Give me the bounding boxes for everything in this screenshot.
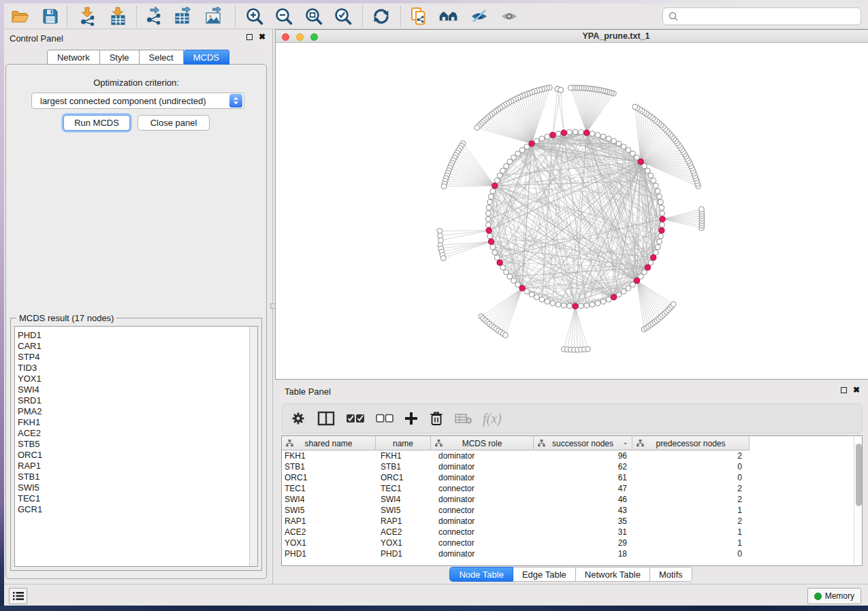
cell-shared-name: SWI5 bbox=[282, 505, 376, 516]
zoom-selected-icon[interactable] bbox=[333, 6, 353, 27]
cell-successor-nodes: 29 bbox=[534, 538, 632, 548]
select-all-columns-icon[interactable] bbox=[346, 408, 365, 429]
function-builder-icon[interactable]: f(x) bbox=[483, 408, 502, 429]
mcds-result-item[interactable]: STP4 bbox=[15, 352, 257, 363]
table-row[interactable]: SWI5SWI5connector431 bbox=[282, 505, 862, 516]
delete-table-icon[interactable] bbox=[455, 408, 472, 429]
export-image-icon[interactable] bbox=[204, 6, 225, 27]
cell-predecessor-nodes: 1 bbox=[632, 505, 750, 516]
table-row[interactable]: YOX1YOX1connector291 bbox=[282, 538, 862, 548]
mcds-list-scrollbar[interactable] bbox=[249, 327, 257, 566]
mcds-result-item[interactable]: PMA2 bbox=[15, 406, 257, 417]
control-panel-float-icon[interactable] bbox=[246, 34, 253, 40]
cell-predecessor-nodes: 1 bbox=[632, 527, 750, 538]
mcds-result-item[interactable]: PHD1 bbox=[15, 330, 257, 341]
mcds-result-item[interactable]: SWI4 bbox=[15, 384, 257, 395]
import-network-icon[interactable] bbox=[77, 6, 97, 27]
table-row[interactable]: ACE2ACE2connector311 bbox=[282, 527, 862, 538]
node-table-header: shared namenameMCDS rolesuccessor nodes⌄… bbox=[282, 436, 750, 450]
mcds-result-item[interactable]: GCR1 bbox=[15, 504, 257, 515]
mcds-result-item[interactable]: TID3 bbox=[15, 363, 257, 374]
mcds-result-item[interactable]: YOX1 bbox=[15, 374, 257, 384]
import-table-icon[interactable] bbox=[108, 6, 128, 27]
memory-button[interactable]: Memory bbox=[807, 588, 861, 604]
table-panel-close-icon[interactable]: ✖ bbox=[853, 387, 860, 393]
cell-name: YOX1 bbox=[376, 538, 431, 548]
cell-shared-name: ORC1 bbox=[282, 472, 376, 483]
refresh-layout-icon[interactable] bbox=[371, 6, 391, 27]
cell-predecessor-nodes: 1 bbox=[632, 538, 750, 548]
column-header-name[interactable]: name bbox=[376, 436, 431, 450]
mcds-result-item[interactable]: SRD1 bbox=[15, 395, 257, 406]
node-table: shared namenameMCDS rolesuccessor nodes⌄… bbox=[281, 435, 863, 566]
cell-MCDS-role: dominator bbox=[431, 494, 534, 505]
zoom-fit-icon[interactable] bbox=[304, 6, 324, 27]
clone-network-icon[interactable] bbox=[409, 6, 430, 27]
table-panel-float-icon[interactable] bbox=[841, 387, 847, 393]
search-input[interactable] bbox=[682, 12, 855, 22]
table-row[interactable]: SWI4SWI4dominator462 bbox=[282, 494, 862, 505]
cell-shared-name: TEC1 bbox=[282, 483, 376, 494]
create-column-icon[interactable] bbox=[404, 408, 418, 429]
mcds-result-item[interactable]: STB1 bbox=[15, 472, 257, 482]
mcds-result-item[interactable]: FKH1 bbox=[15, 417, 257, 428]
table-row[interactable]: RAP1RAP1dominator352 bbox=[282, 516, 862, 527]
table-scrollbar[interactable] bbox=[854, 437, 862, 565]
export-table-icon[interactable] bbox=[174, 6, 194, 27]
column-header-shared-name[interactable]: shared name bbox=[282, 436, 376, 450]
optimization-criterion-select[interactable]: largest connected component (undirected) bbox=[31, 93, 244, 109]
tab-edge-table[interactable]: Edge Table bbox=[513, 567, 576, 582]
network-canvas[interactable] bbox=[276, 44, 868, 379]
table-row[interactable]: TEC1TEC1connector472 bbox=[282, 483, 862, 494]
control-panel-close-icon[interactable]: ✖ bbox=[259, 34, 266, 40]
table-scrollbar-thumb[interactable] bbox=[856, 444, 862, 506]
first-neighbors-icon[interactable] bbox=[438, 6, 459, 27]
column-header-successor-nodes[interactable]: successor nodes⌄ bbox=[534, 436, 632, 450]
cell-shared-name: FKH1 bbox=[282, 450, 376, 461]
hide-selected-icon[interactable] bbox=[469, 6, 489, 27]
tab-mcds[interactable]: MCDS bbox=[184, 50, 229, 65]
mcds-result-item[interactable]: ORC1 bbox=[15, 450, 257, 461]
toolbar-separator bbox=[400, 6, 401, 27]
tab-style[interactable]: Style bbox=[100, 50, 140, 65]
cell-predecessor-nodes: 2 bbox=[632, 483, 750, 494]
control-panel-title: Control Panel bbox=[10, 33, 63, 44]
open-file-icon[interactable] bbox=[10, 6, 30, 27]
task-history-button[interactable] bbox=[9, 588, 27, 604]
run-mcds-button[interactable]: Run MCDS bbox=[63, 115, 130, 131]
cell-predecessor-nodes: 0 bbox=[632, 548, 750, 559]
zoom-in-icon[interactable] bbox=[244, 6, 265, 27]
tab-select[interactable]: Select bbox=[140, 50, 184, 65]
network-graph bbox=[276, 44, 867, 379]
show-column-panel-icon[interactable] bbox=[317, 408, 335, 429]
table-row[interactable]: STB1STB1dominator620 bbox=[282, 461, 862, 472]
tab-node-table[interactable]: Node Table bbox=[449, 567, 513, 582]
table-row[interactable]: PHD1PHD1dominator180 bbox=[282, 548, 862, 559]
cell-successor-nodes: 43 bbox=[534, 505, 632, 516]
tab-motifs[interactable]: Motifs bbox=[650, 567, 692, 582]
close-panel-button[interactable]: Close panel bbox=[138, 115, 210, 131]
mcds-result-item[interactable]: RAP1 bbox=[15, 461, 257, 472]
tab-network[interactable]: Network bbox=[47, 50, 100, 65]
deselect-all-columns-icon[interactable] bbox=[376, 408, 393, 429]
delete-column-icon[interactable] bbox=[429, 408, 444, 429]
zoom-out-icon[interactable] bbox=[274, 6, 294, 27]
table-settings-icon[interactable] bbox=[291, 408, 306, 429]
mcds-result-item[interactable]: TEC1 bbox=[15, 493, 257, 504]
mcds-result-item[interactable]: CAR1 bbox=[15, 341, 257, 352]
optimization-criterion-label: Optimization criterion: bbox=[6, 78, 266, 88]
tab-network-table[interactable]: Network Table bbox=[576, 567, 650, 582]
column-header-predecessor-nodes[interactable]: predecessor nodes bbox=[632, 436, 750, 450]
save-session-icon[interactable] bbox=[40, 6, 61, 27]
table-row[interactable]: FKH1FKH1dominator962 bbox=[282, 450, 862, 461]
network-window-title: YPA_prune.txt_1 bbox=[276, 31, 868, 41]
table-row[interactable]: ORC1ORC1dominator610 bbox=[282, 472, 862, 483]
cell-successor-nodes: 31 bbox=[534, 527, 632, 538]
mcds-result-item[interactable]: STB5 bbox=[15, 439, 257, 450]
mcds-result-item[interactable]: ACE2 bbox=[15, 428, 257, 439]
column-header-MCDS-role[interactable]: MCDS role bbox=[431, 436, 534, 450]
export-network-icon[interactable] bbox=[144, 6, 165, 27]
show-all-icon[interactable] bbox=[499, 6, 519, 27]
panel-splitter-handle[interactable] bbox=[270, 303, 276, 309]
mcds-result-item[interactable]: SWI5 bbox=[15, 482, 257, 493]
